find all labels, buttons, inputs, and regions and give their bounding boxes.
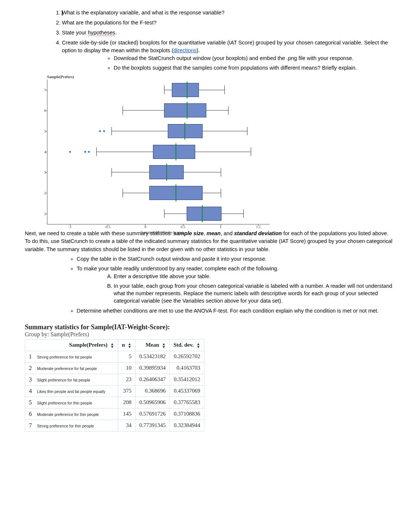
table-row: 7Strong preference for thin people340.77… xyxy=(25,420,204,431)
cell-mean: 0.39895934 xyxy=(136,362,170,374)
q4-sub2: Do the boxplots suggest that the samples… xyxy=(114,64,395,71)
and: , and xyxy=(221,230,234,236)
box-row xyxy=(47,165,270,179)
cell-mean: 0.26406347 xyxy=(136,374,170,385)
chart-title: Sample(Prefers) xyxy=(47,75,277,79)
box-row xyxy=(47,124,270,138)
cell-mean: 0.368696 xyxy=(136,385,170,397)
box-row xyxy=(47,207,270,221)
th-n-label: n xyxy=(122,342,125,348)
cell-mean: 0.77391345 xyxy=(136,420,170,431)
alpha-a: Enter a descriptive title above your tab… xyxy=(114,273,395,280)
directions-link[interactable]: directions xyxy=(173,47,196,53)
sort-icon[interactable] xyxy=(110,343,114,349)
sub-copy: Copy the table in the StatCrunch output … xyxy=(77,255,395,263)
cell-sd: 0.37108836 xyxy=(170,408,204,420)
outlier-point xyxy=(84,151,86,153)
sub-understand: To make your table readily understood by… xyxy=(77,265,395,304)
table-row: 5Slight preference for thin people2080.5… xyxy=(25,397,204,408)
cell-n: 208 xyxy=(118,397,136,408)
outlier-point xyxy=(88,151,90,153)
cell-n: 34 xyxy=(118,420,136,431)
cell-n: 145 xyxy=(118,408,136,420)
sort-icon[interactable] xyxy=(162,343,166,349)
th-prefers-label: Sample(Prefers) xyxy=(69,342,107,348)
q2: What are the populations for the F-test? xyxy=(62,19,395,27)
q1: What is the explanatory variable, and wh… xyxy=(62,9,395,17)
cell-sd: 0.32384944 xyxy=(170,420,204,431)
cell-n: 375 xyxy=(118,385,136,397)
cell-n: 5 xyxy=(118,351,136,362)
q3-hypotheses: hypotheses xyxy=(88,30,115,36)
cell-sd: 0.35412012 xyxy=(170,374,204,385)
table-row: 6Moderate preference for thin people1450… xyxy=(25,408,204,420)
th-prefers[interactable]: Sample(Prefers) xyxy=(25,340,118,351)
cell-sd: 0.45337069 xyxy=(170,385,204,397)
y-tick: 4 xyxy=(41,150,46,154)
y-tick: 1 xyxy=(41,211,46,216)
sep1: , xyxy=(204,230,207,236)
box-row xyxy=(47,103,270,117)
after-chart-paragraph: Next, we need to create a table with the… xyxy=(25,230,395,254)
outlier-point xyxy=(103,130,105,132)
cell-name: 3Slight preference for fat people xyxy=(25,374,118,385)
cell-name: 2Moderate preference for fat people xyxy=(25,362,118,374)
sub-conditions: Determine whether conditions are met to … xyxy=(77,307,395,314)
em-mean: mean xyxy=(207,230,221,236)
after-chart-sublist: Copy the table in the StatCrunch output … xyxy=(25,255,395,314)
cell-name: 5Slight preference for thin people xyxy=(25,397,118,408)
y-tick: 6 xyxy=(41,109,46,113)
q4-text-b: ). xyxy=(197,47,200,53)
y-tick: 2 xyxy=(41,191,46,195)
cell-sd: 0.4163703 xyxy=(170,362,204,374)
cell-sd: 0.37765583 xyxy=(170,397,204,408)
box-row xyxy=(47,186,270,200)
table-row: 4Likes thin people and fat people equall… xyxy=(25,385,204,397)
q4-sub1: Download the StatCrunch output window (y… xyxy=(114,54,395,62)
q4: Create side-by-side (or stacked) boxplot… xyxy=(62,39,395,72)
chart-xlabel: Sample(IAT-Weight-Score) xyxy=(141,230,183,234)
cell-name: 6Moderate preference for thin people xyxy=(25,408,118,420)
q1-text: What is the explanatory variable, and wh… xyxy=(62,10,224,16)
cell-sd: 0.26592702 xyxy=(170,351,204,362)
alpha-b: In your table, each group from your chos… xyxy=(114,282,395,305)
q3: State your hypotheses. xyxy=(62,29,395,37)
question-list: What is the explanatory variable, and wh… xyxy=(25,9,395,72)
q4-sublist: Download the StatCrunch output window (y… xyxy=(62,54,395,72)
cell-mean: 0.53423182 xyxy=(136,351,170,362)
q4-text-a: Create side-by-side (or stacked) boxplot… xyxy=(62,40,388,53)
q3-pre: State your xyxy=(62,30,88,36)
table-row: 3Slight preference for fat people230.264… xyxy=(25,374,204,385)
outlier-point xyxy=(99,130,101,132)
th-sd[interactable]: Std. dev. xyxy=(170,340,204,351)
cell-n: 10 xyxy=(118,362,136,374)
table-subtitle: Group by: Sample(Prefers) xyxy=(25,331,395,338)
th-mean-label: Mean xyxy=(146,342,159,348)
outlier-point xyxy=(69,151,71,153)
table-row: 2Moderate preference for fat people100.3… xyxy=(25,362,204,374)
th-mean[interactable]: Mean xyxy=(136,340,170,351)
after-chart-alphalist: Enter a descriptive title above your tab… xyxy=(77,273,395,305)
q3-post: . xyxy=(115,30,117,36)
em-stddev: standard deviation xyxy=(234,230,282,236)
sub-understand-text: To make your table readily understood by… xyxy=(77,266,279,271)
cell-mean: 0.50965906 xyxy=(136,397,170,408)
table-title: Summary statistics for Sample(IAT-Weight… xyxy=(25,323,395,331)
y-tick: 7 xyxy=(41,88,46,92)
y-tick: 3 xyxy=(41,170,46,174)
box-row xyxy=(47,145,270,159)
cell-name: 1Strong preference for fat people xyxy=(25,351,118,362)
summary-table: Sample(Prefers) n Mean Std. dev. 1Strong… xyxy=(25,339,204,431)
y-tick: 5 xyxy=(41,129,46,133)
box-row xyxy=(47,83,270,97)
th-sd-label: Std. dev. xyxy=(173,342,194,348)
cell-n: 23 xyxy=(118,374,136,385)
sort-icon[interactable] xyxy=(197,343,200,349)
sort-icon[interactable] xyxy=(128,343,131,349)
th-n[interactable]: n xyxy=(118,340,136,351)
table-row: 1Strong preference for fat people50.5342… xyxy=(25,351,204,362)
cell-mean: 0.57691726 xyxy=(136,408,170,420)
cell-name: 7Strong preference for thin people xyxy=(25,420,118,431)
boxplot-chart: Sample(Prefers) -1-0.500.511.51234567 Sa… xyxy=(47,75,277,224)
cell-name: 4Likes thin people and fat people equall… xyxy=(25,385,118,397)
